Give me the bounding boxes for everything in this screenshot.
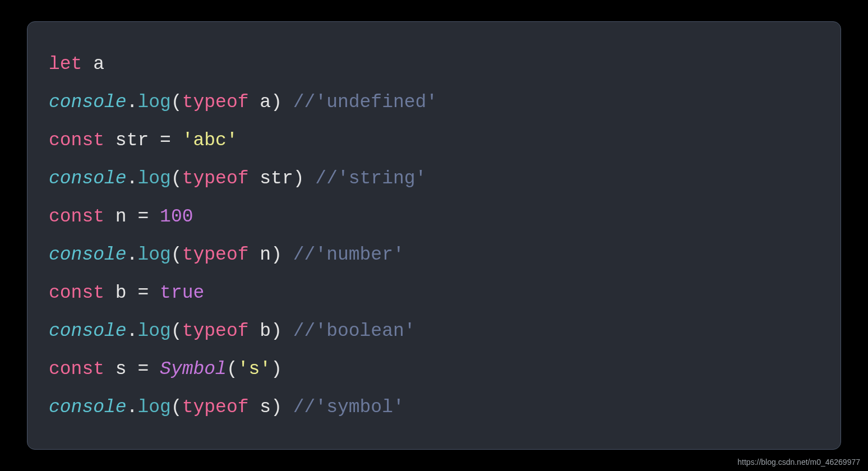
code-token: ) (271, 321, 293, 341)
code-token: . (127, 168, 138, 189)
code-token: = (149, 130, 182, 151)
code-line: const s = Symbol('s') (49, 350, 819, 389)
code-token: const (49, 283, 104, 303)
code-token: log (137, 397, 170, 418)
code-token: true (160, 283, 204, 303)
code-token: log (137, 244, 170, 265)
code-token: ) (271, 359, 282, 380)
code-token: console (49, 397, 127, 418)
code-line: console.log(typeof a) //'undefined' (49, 84, 819, 122)
code-line: console.log(typeof str) //'string' (49, 160, 819, 198)
code-token: s (116, 359, 127, 380)
code-token (104, 130, 116, 151)
code-token: n (116, 206, 127, 227)
code-token: typeof (182, 321, 249, 341)
code-line: console.log(typeof b) //'boolean' (49, 312, 819, 350)
code-token (249, 397, 260, 418)
code-token: . (127, 397, 138, 418)
code-line: console.log(typeof n) //'number' (49, 236, 819, 274)
code-line: const b = true (49, 274, 819, 312)
code-token: . (127, 244, 138, 265)
code-token: ) (293, 168, 316, 189)
code-token: let (49, 54, 82, 75)
code-token: ( (227, 359, 238, 380)
code-token: = (127, 206, 160, 227)
code-token (249, 168, 260, 189)
code-token: log (137, 321, 170, 341)
code-token: typeof (182, 168, 249, 189)
code-token: //'undefined' (293, 92, 437, 113)
code-token: typeof (182, 397, 249, 418)
code-token: console (49, 92, 127, 113)
code-token: s (260, 397, 271, 418)
code-block: let aconsole.log(typeof a) //'undefined'… (27, 21, 841, 450)
code-token: a (260, 92, 271, 113)
code-token: //'string' (315, 168, 426, 189)
code-token: //'boolean' (293, 321, 415, 341)
code-token: b (260, 321, 271, 341)
code-token: ( (171, 168, 182, 189)
code-token: const (49, 206, 104, 227)
code-token (82, 54, 93, 75)
code-token: = (127, 283, 160, 303)
code-token: str (260, 168, 293, 189)
code-token: console (49, 244, 127, 265)
code-line: let a (49, 45, 819, 84)
code-token: log (137, 168, 170, 189)
code-token: const (49, 130, 104, 151)
code-token: //'number' (293, 244, 404, 265)
code-token: n (260, 244, 271, 265)
code-token: ( (171, 321, 182, 341)
code-token: ( (171, 92, 182, 113)
code-token: str (116, 130, 149, 151)
code-token: ) (271, 244, 293, 265)
code-token: ( (171, 397, 182, 418)
code-token: ( (171, 244, 182, 265)
code-token: console (49, 321, 127, 341)
watermark: https://blog.csdn.net/m0_46269977 (737, 458, 860, 467)
code-token: = (127, 359, 160, 380)
code-token (104, 206, 116, 227)
code-token: 'abc' (182, 130, 238, 151)
code-token: Symbol (160, 359, 227, 380)
code-token: 100 (160, 206, 193, 227)
code-token (249, 244, 260, 265)
code-token (104, 283, 116, 303)
code-token (249, 321, 260, 341)
code-token: a (93, 54, 104, 75)
code-line: console.log(typeof s) //'symbol' (49, 389, 819, 427)
code-token (104, 359, 116, 380)
code-token (249, 92, 260, 113)
code-token: log (137, 92, 170, 113)
code-token: typeof (182, 244, 249, 265)
code-line: const n = 100 (49, 198, 819, 236)
code-token: console (49, 168, 127, 189)
code-token: const (49, 359, 104, 380)
code-token: b (116, 283, 127, 303)
code-token: . (127, 321, 138, 341)
code-token: typeof (182, 92, 249, 113)
code-token: . (127, 92, 138, 113)
code-token: 's' (238, 359, 271, 380)
code-token: ) (271, 92, 293, 113)
code-token: //'symbol' (293, 397, 404, 418)
code-line: const str = 'abc' (49, 122, 819, 160)
code-token: ) (271, 397, 293, 418)
